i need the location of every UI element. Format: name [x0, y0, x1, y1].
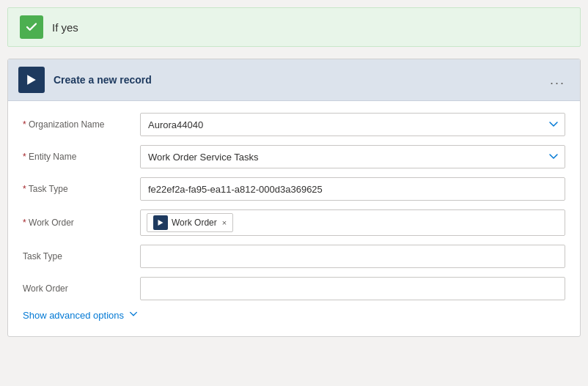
org-name-input[interactable] — [140, 113, 565, 136]
work-order-required-label: Work Order — [23, 218, 140, 228]
entity-name-label: Entity Name — [23, 152, 140, 162]
org-name-label: Organization Name — [23, 119, 140, 130]
if-yes-label: If yes — [52, 21, 78, 34]
if-yes-bar: If yes — [7, 7, 581, 47]
card-body: Organization Name Entity Name — [8, 101, 580, 336]
tag-label: Work Order — [172, 218, 217, 228]
card-header: Create a new record ... — [8, 59, 580, 101]
svg-marker-1 — [158, 220, 163, 226]
work-order-tag: Work Order × — [147, 213, 233, 232]
tag-connector-icon — [153, 215, 168, 230]
task-type-optional-label: Task Type — [23, 251, 140, 261]
work-order-optional-row: Work Order — [23, 277, 565, 300]
org-name-row: Organization Name — [23, 113, 565, 136]
task-type-optional-row: Task Type — [23, 245, 565, 268]
entity-name-row: Entity Name — [23, 145, 565, 168]
task-type-required-label: Task Type — [23, 184, 140, 194]
entity-name-dropdown-wrapper — [140, 145, 565, 168]
task-type-optional-input[interactable] — [140, 245, 565, 268]
advanced-chevron-icon — [128, 309, 139, 322]
work-order-optional-input[interactable] — [140, 277, 565, 300]
entity-name-input[interactable] — [140, 145, 565, 168]
show-advanced-label: Show advanced options — [23, 310, 124, 321]
task-type-required-input[interactable] — [140, 177, 565, 201]
work-order-optional-label: Work Order — [23, 283, 140, 294]
tag-remove-button[interactable]: × — [222, 218, 227, 227]
task-type-required-row: Task Type — [23, 177, 565, 201]
connector-icon — [18, 67, 45, 93]
overflow-menu-button[interactable]: ... — [545, 71, 570, 89]
checkmark-icon — [20, 15, 43, 39]
work-order-required-row: Work Order Work Order × — [23, 209, 565, 236]
work-order-tag-input[interactable]: Work Order × — [140, 209, 565, 236]
svg-marker-0 — [27, 75, 36, 84]
org-name-dropdown-wrapper — [140, 113, 565, 136]
card-title: Create a new record — [54, 74, 545, 86]
show-advanced-button[interactable]: Show advanced options — [23, 309, 565, 322]
create-record-card: Create a new record ... Organization Nam… — [7, 59, 581, 337]
